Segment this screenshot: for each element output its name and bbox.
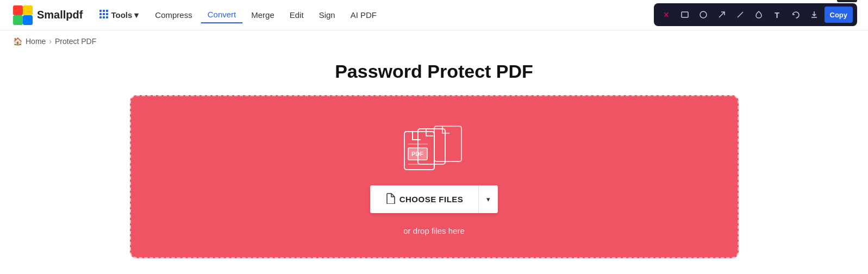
choose-files-button[interactable]: CHOOSE FILES	[370, 185, 479, 213]
home-icon: 🏠	[13, 37, 22, 46]
tools-menu-button[interactable]: Tools ▾	[93, 6, 144, 24]
svg-rect-0	[682, 12, 688, 17]
breadcrumb: 🏠 Home › Protect PDF	[0, 30, 868, 50]
choose-files-dropdown-button[interactable]: ▾	[479, 185, 498, 213]
smallpdf-logo-icon	[13, 5, 33, 25]
nav-sign[interactable]: Sign	[313, 7, 342, 23]
svg-rect-7	[23, 15, 33, 25]
svg-rect-4	[13, 5, 23, 15]
line-tool-button[interactable]	[732, 7, 748, 23]
file-drop-zone[interactable]: PDF CHOOSE FILES ▾	[130, 95, 739, 258]
nav-edit[interactable]: Edit	[283, 7, 310, 23]
svg-rect-5	[23, 5, 33, 15]
close-button[interactable]: ✕	[658, 7, 675, 23]
marker-tool-button[interactable]	[751, 7, 767, 23]
nav-ai-pdf[interactable]: AI PDF	[344, 7, 383, 23]
choose-files-label: CHOOSE FILES	[399, 195, 464, 204]
nav-compress[interactable]: Compress	[148, 7, 198, 23]
undo-button[interactable]	[788, 7, 804, 23]
arrow-tool-button[interactable]	[714, 7, 730, 23]
main-content: Password Protect PDF PDF	[0, 50, 868, 269]
svg-rect-17	[434, 126, 461, 161]
annotation-toolbar: Save ✕ T Copy	[654, 3, 858, 26]
svg-rect-11	[99, 13, 102, 15]
pdf-icon-illustration: PDF	[402, 123, 467, 172]
nav-merge[interactable]: Merge	[245, 7, 281, 23]
svg-text:PDF: PDF	[411, 151, 423, 157]
svg-line-2	[719, 12, 725, 17]
breadcrumb-current: Protect PDF	[55, 37, 96, 46]
logo-text: Smallpdf	[37, 9, 83, 21]
grid-icon	[99, 9, 109, 21]
svg-rect-10	[106, 10, 108, 12]
copy-button[interactable]: Copy	[825, 7, 853, 23]
choose-files-group: CHOOSE FILES ▾	[370, 185, 498, 213]
tools-chevron-icon: ▾	[134, 10, 139, 20]
download-button[interactable]	[806, 7, 822, 23]
svg-rect-8	[99, 10, 102, 12]
drop-hint-text: or drop files here	[403, 226, 465, 235]
svg-rect-6	[13, 15, 23, 25]
svg-rect-15	[103, 16, 105, 18]
rectangle-tool-button[interactable]	[677, 7, 693, 23]
circle-tool-button[interactable]	[695, 7, 711, 23]
svg-line-3	[738, 12, 743, 17]
file-icon	[385, 193, 395, 205]
svg-rect-16	[106, 16, 108, 18]
tools-label: Tools	[111, 10, 132, 20]
logo-area: Smallpdf	[13, 5, 83, 25]
svg-point-1	[700, 11, 707, 18]
svg-rect-14	[99, 16, 102, 18]
svg-rect-12	[103, 13, 105, 15]
nav-convert[interactable]: Convert	[201, 7, 243, 23]
breadcrumb-home[interactable]: Home	[26, 37, 46, 46]
main-nav: Compress Convert Merge Edit Sign AI PDF	[148, 7, 383, 23]
page-title: Password Protect PDF	[335, 61, 533, 82]
text-tool-button[interactable]: T	[769, 7, 785, 23]
breadcrumb-separator: ›	[49, 37, 52, 46]
svg-rect-9	[103, 10, 105, 12]
svg-rect-13	[106, 13, 108, 15]
chevron-down-icon: ▾	[486, 195, 490, 203]
save-label: Save	[837, 0, 857, 2]
